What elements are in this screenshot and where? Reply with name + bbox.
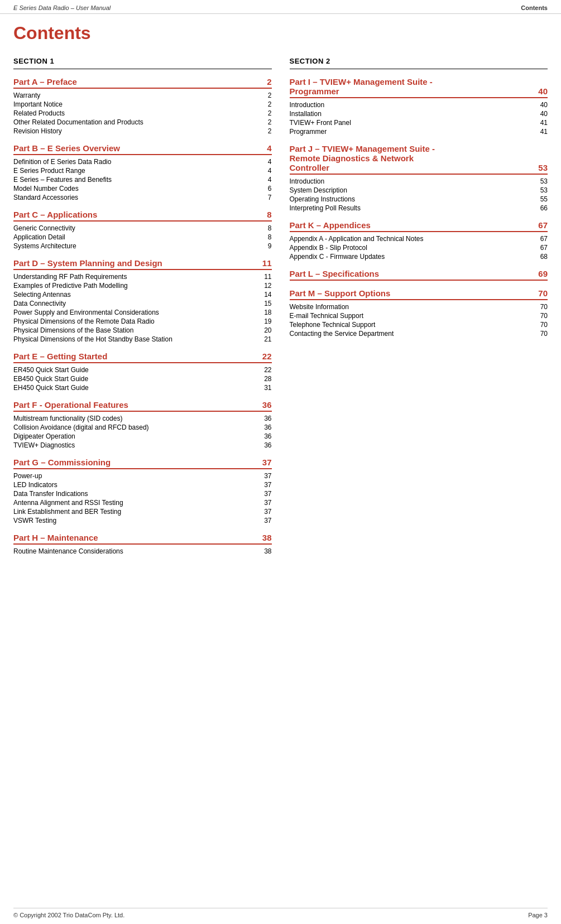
part-a-title: Part A – Preface <box>13 77 77 86</box>
part-f-title: Part F - Operational Features <box>13 400 128 410</box>
part-e-page: 22 <box>262 352 272 361</box>
part-d-page: 11 <box>262 258 272 268</box>
part-i-page: 40 <box>534 86 548 96</box>
part-d-entries: Understanding RF Path Requirements11 Exa… <box>13 272 272 344</box>
page-footer: © Copyright 2002 Trio DataCom Pty. Ltd. … <box>13 908 548 918</box>
part-a-page: 2 <box>267 77 271 86</box>
part-k-entries: Appendix A - Application and Technical N… <box>290 234 548 261</box>
column-left: SECTION 1 Part A – Preface 2 Warranty2 I… <box>13 55 272 556</box>
part-a-entries: Warranty2 Important Notice2 Related Prod… <box>13 91 272 136</box>
part-l-page: 69 <box>538 269 548 278</box>
part-b-page: 4 <box>267 143 271 153</box>
part-i-title: Part I – TVIEW+ Management Suite -Progra… <box>290 77 534 96</box>
part-l-heading: Part L – Specifications 69 <box>290 269 548 281</box>
part-c-heading: Part C – Applications 8 <box>13 210 272 222</box>
part-f-page: 36 <box>262 400 272 410</box>
part-i-heading: Part I – TVIEW+ Management Suite -Progra… <box>290 77 548 98</box>
part-h-title: Part H – Maintenance <box>13 533 98 542</box>
part-j-page: 53 <box>534 163 548 172</box>
part-c-title: Part C – Applications <box>13 210 97 219</box>
part-b-entries: Definition of E Series Data Radio4 E Ser… <box>13 157 272 202</box>
part-c-page: 8 <box>267 210 271 219</box>
section2-heading: SECTION 2 <box>290 57 548 65</box>
part-k-heading: Part K – Appendices 67 <box>290 220 548 232</box>
part-d-title: Part D – System Planning and Design <box>13 258 162 268</box>
part-k-page: 67 <box>538 220 548 230</box>
part-m-heading: Part M – Support Options 70 <box>290 288 548 300</box>
part-h-heading: Part H – Maintenance 38 <box>13 533 272 545</box>
part-h-entries: Routine Maintenance Considerations38 <box>13 547 272 556</box>
header-right: Contents <box>521 4 548 11</box>
part-f-heading: Part F - Operational Features 36 <box>13 400 272 412</box>
part-l-title: Part L – Specifications <box>290 269 380 278</box>
part-b-title: Part B – E Series Overview <box>13 143 120 153</box>
part-g-entries: Power-up37 LED Indicators37 Data Transfe… <box>13 471 272 525</box>
footer-left: © Copyright 2002 Trio DataCom Pty. Ltd. <box>13 912 124 918</box>
page-header: E Series Data Radio – User Manual Conten… <box>0 0 561 14</box>
part-j-heading: Part J – TVIEW+ Management Suite -Remote… <box>290 144 548 175</box>
part-g-page: 37 <box>262 458 272 467</box>
part-a-heading: Part A – Preface 2 <box>13 77 272 89</box>
part-f-entries: Multistream functionality (SID codes)36 … <box>13 414 272 450</box>
section1-heading: SECTION 1 <box>13 57 272 65</box>
footer-right: Page 3 <box>528 912 548 918</box>
part-m-entries: Website Information70 E-mail Technical S… <box>290 302 548 338</box>
column-right: SECTION 2 Part I – TVIEW+ Management Sui… <box>290 55 548 556</box>
part-e-title: Part E – Getting Started <box>13 352 107 361</box>
part-i-entries: Introduction40 Installation40 TVIEW+ Fro… <box>290 100 548 136</box>
part-h-page: 38 <box>262 533 272 542</box>
part-g-heading: Part G – Commissioning 37 <box>13 458 272 469</box>
part-c-entries: Generic Connectivity8 Application Detail… <box>13 224 272 251</box>
part-m-page: 70 <box>538 288 548 298</box>
part-e-entries: ER450 Quick Start Guide22 EB450 Quick St… <box>13 365 272 392</box>
part-g-title: Part G – Commissioning <box>13 458 111 467</box>
header-left: E Series Data Radio – User Manual <box>13 4 111 11</box>
part-j-entries: Introduction53 System Description53 Oper… <box>290 177 548 213</box>
part-m-title: Part M – Support Options <box>290 288 391 298</box>
page-title: Contents <box>13 23 548 44</box>
part-e-heading: Part E – Getting Started 22 <box>13 352 272 363</box>
part-j-title: Part J – TVIEW+ Management Suite -Remote… <box>290 144 534 172</box>
part-k-title: Part K – Appendices <box>290 220 371 230</box>
part-d-heading: Part D – System Planning and Design 11 <box>13 258 272 270</box>
part-b-heading: Part B – E Series Overview 4 <box>13 143 272 155</box>
